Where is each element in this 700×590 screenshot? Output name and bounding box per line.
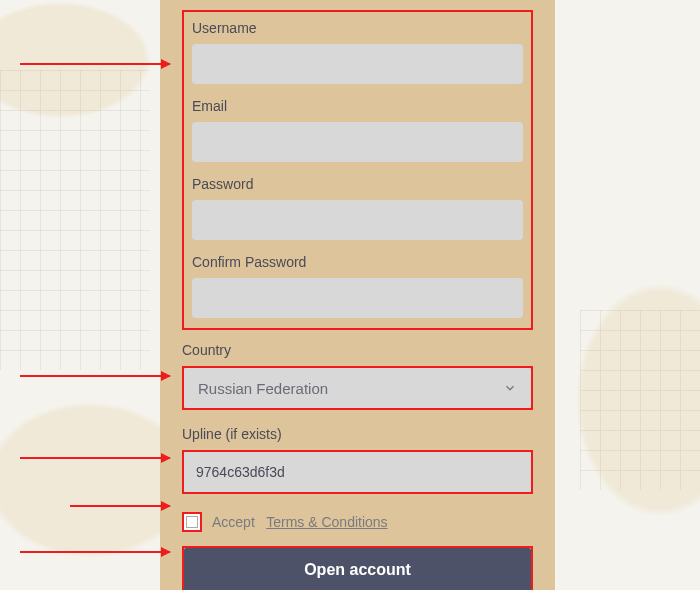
open-account-button[interactable]: Open account — [184, 548, 531, 590]
terms-row: Accept Terms & Conditions — [182, 512, 533, 532]
arrow-annotation — [70, 505, 170, 507]
main-fields-highlight: Username Email Password Confirm Password — [182, 10, 533, 330]
password-label: Password — [192, 176, 523, 192]
password-field: Password — [192, 176, 523, 240]
signup-form-panel: Username Email Password Confirm Password… — [160, 0, 555, 590]
email-label: Email — [192, 98, 523, 114]
terms-accept-text: Accept — [212, 514, 255, 530]
password-input[interactable] — [192, 200, 523, 240]
arrow-annotation — [20, 551, 170, 553]
terms-checkbox-highlight — [182, 512, 202, 532]
upline-highlight — [182, 450, 533, 494]
username-label: Username — [192, 20, 523, 36]
arrow-annotation — [20, 457, 170, 459]
arrow-annotation — [20, 375, 170, 377]
bg-grid-left — [0, 70, 150, 370]
username-input[interactable] — [192, 44, 523, 84]
submit-highlight: Open account — [182, 546, 533, 590]
upline-input[interactable] — [184, 452, 531, 492]
username-field: Username — [192, 20, 523, 84]
confirm-password-field: Confirm Password — [192, 254, 523, 318]
terms-checkbox[interactable] — [186, 516, 198, 528]
terms-link[interactable]: Terms & Conditions — [266, 514, 387, 530]
chevron-down-icon — [503, 381, 517, 395]
arrow-annotation — [20, 63, 170, 65]
country-selected-value: Russian Federation — [198, 380, 328, 397]
email-input[interactable] — [192, 122, 523, 162]
upline-label: Upline (if exists) — [182, 426, 533, 442]
bg-grid-right — [580, 310, 700, 490]
terms-text: Accept Terms & Conditions — [212, 514, 388, 530]
confirm-password-input[interactable] — [192, 278, 523, 318]
confirm-password-label: Confirm Password — [192, 254, 523, 270]
country-select[interactable]: Russian Federation — [184, 368, 531, 408]
country-label: Country — [182, 342, 533, 358]
email-field: Email — [192, 98, 523, 162]
country-highlight: Russian Federation — [182, 366, 533, 410]
